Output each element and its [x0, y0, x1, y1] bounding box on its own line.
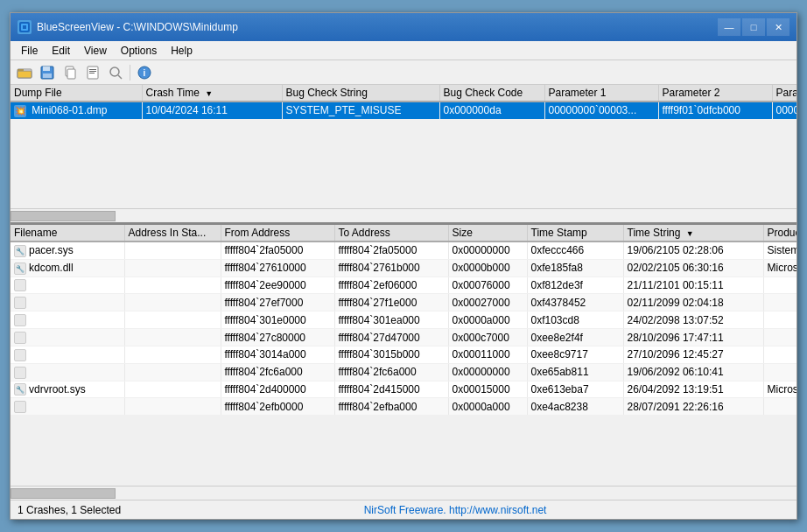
driver-table-row[interactable]: 🔧pacer.sys fffff804`2fa05000 fffff804`2f…	[11, 242, 796, 259]
col-filename[interactable]: Filename	[11, 225, 124, 242]
driver-to-addr: fffff804`3015b000	[334, 346, 448, 363]
driver-table-container[interactable]: Filename Address In Sta... From Address …	[11, 225, 796, 486]
driver-time-string: 19/06/2092 06:10:41	[623, 363, 763, 381]
svg-rect-7	[43, 66, 50, 71]
driver-filename	[11, 294, 124, 312]
driver-icon	[14, 314, 26, 326]
col-dump-file[interactable]: Dump File	[11, 85, 142, 102]
main-window: BlueScreenView - C:\WINDOWS\Minidump — □…	[10, 12, 797, 520]
driver-icon: 🔧	[14, 383, 26, 396]
col-product[interactable]: Product N...	[763, 225, 796, 242]
driver-from-addr: fffff804`27ef7000	[221, 294, 334, 312]
driver-timestamp: 0xe65ab811	[527, 363, 623, 381]
lower-hscroll[interactable]	[11, 486, 796, 500]
driver-table-row[interactable]: fffff804`2fc6a000 fffff804`2fc6a000 0x00…	[11, 363, 796, 381]
upper-hscroll-thumb[interactable]	[11, 211, 116, 221]
driver-filename	[11, 346, 124, 363]
col-to-addr[interactable]: To Address	[334, 225, 448, 242]
menu-file[interactable]: File	[14, 43, 45, 59]
driver-table-row[interactable]: fffff804`2ee90000 fffff804`2ef06000 0x00…	[11, 276, 796, 294]
driver-addr-in-stack	[124, 398, 221, 416]
driver-product: Sistema O	[763, 242, 796, 259]
toolbar-open-button[interactable]	[14, 63, 35, 82]
driver-timestamp: 0xe4ac8238	[527, 398, 623, 416]
menu-edit[interactable]: Edit	[45, 43, 77, 59]
driver-timestamp: 0xfeccc466	[527, 242, 623, 259]
col-time-string[interactable]: Time String ▼	[623, 225, 763, 242]
window-controls: — □ ✕	[718, 18, 789, 36]
crash-icon: 💥	[14, 105, 26, 117]
driver-filename	[11, 312, 124, 329]
col-param2[interactable]: Parameter 2	[658, 85, 772, 102]
driver-filename: 🔧kdcom.dll	[11, 259, 124, 276]
menu-help[interactable]: Help	[164, 43, 200, 59]
col-crash-time[interactable]: Crash Time ▼	[142, 85, 282, 102]
crash-table-header: Dump File Crash Time ▼ Bug Check String …	[11, 85, 796, 102]
driver-to-addr: fffff804`301ea000	[334, 312, 448, 329]
maximize-button[interactable]: □	[742, 18, 765, 36]
driver-from-addr: fffff804`2ee90000	[221, 276, 334, 294]
crash-table-container[interactable]: Dump File Crash Time ▼ Bug Check String …	[11, 85, 796, 208]
minimize-button[interactable]: —	[718, 18, 740, 36]
driver-table-row[interactable]: fffff804`2efb0000 fffff804`2efba000 0x00…	[11, 398, 796, 416]
driver-table-row[interactable]: fffff804`27ef7000 fffff804`27f1e000 0x00…	[11, 294, 796, 312]
driver-table-row[interactable]: fffff804`3014a000 fffff804`3015b000 0x00…	[11, 346, 796, 363]
crash-list-pane: Dump File Crash Time ▼ Bug Check String …	[11, 85, 796, 225]
crash-bug-check-code: 0x000000da	[439, 102, 544, 119]
content-area: Dump File Crash Time ▼ Bug Check String …	[11, 85, 796, 500]
menu-options[interactable]: Options	[114, 43, 164, 59]
close-button[interactable]: ✕	[767, 18, 789, 36]
driver-addr-in-stack	[124, 346, 221, 363]
toolbar-report-button[interactable]	[82, 63, 103, 82]
driver-time-string: 27/10/2096 12:45:27	[623, 346, 763, 363]
driver-size: 0x000c7000	[448, 329, 527, 346]
driver-from-addr: fffff804`3014a000	[221, 346, 334, 363]
crash-param1: 00000000`00003...	[544, 102, 658, 119]
col-param3[interactable]: Parameter 3	[772, 85, 796, 102]
col-param1[interactable]: Parameter 1	[544, 85, 658, 102]
crash-table-row[interactable]: 💥 Mini068-01.dmp 10/04/2024 16:11 SYSTEM…	[11, 102, 796, 119]
toolbar-select-folder-button[interactable]	[105, 63, 126, 82]
svg-point-15	[110, 67, 119, 76]
upper-hscroll[interactable]	[11, 208, 796, 222]
driver-table-row[interactable]: fffff804`27c80000 fffff804`27d47000 0x00…	[11, 329, 796, 346]
driver-product	[763, 346, 796, 363]
driver-icon	[14, 401, 26, 413]
crash-table: Dump File Crash Time ▼ Bug Check String …	[11, 85, 796, 120]
toolbar-copy-button[interactable]	[60, 63, 81, 82]
driver-time-string: 28/07/2091 22:26:16	[623, 398, 763, 416]
col-from-addr[interactable]: From Address	[221, 225, 334, 242]
driver-from-addr: fffff804`2fc6a000	[221, 363, 334, 381]
driver-filename	[11, 363, 124, 381]
crash-bug-check-string: SYSTEM_PTE_MISUSE	[282, 102, 439, 119]
svg-rect-10	[67, 69, 75, 79]
driver-size: 0x0000a000	[448, 398, 527, 416]
col-bug-check-string[interactable]: Bug Check String	[282, 85, 439, 102]
toolbar-about-button[interactable]: i	[134, 63, 155, 82]
driver-size: 0x00015000	[448, 381, 527, 398]
toolbar-save-button[interactable]	[37, 63, 58, 82]
driver-table-row[interactable]: 🔧vdrvroot.sys fffff804`2d400000 fffff804…	[11, 381, 796, 398]
driver-from-addr: fffff804`2efb0000	[221, 398, 334, 416]
driver-timestamp: 0xf4378452	[527, 294, 623, 312]
col-time-stamp[interactable]: Time Stamp	[527, 225, 623, 242]
driver-table-row[interactable]: 🔧kdcom.dll fffff804`27610000 fffff804`27…	[11, 259, 796, 276]
svg-line-16	[118, 75, 122, 79]
lower-hscroll-track	[11, 488, 796, 499]
driver-time-string: 28/10/2096 17:47:11	[623, 329, 763, 346]
driver-table-header: Filename Address In Sta... From Address …	[11, 225, 796, 242]
col-addr-in-stack[interactable]: Address In Sta...	[124, 225, 221, 242]
lower-hscroll-thumb[interactable]	[11, 488, 116, 499]
driver-filename	[11, 398, 124, 416]
driver-product: Microsoft	[763, 381, 796, 398]
driver-time-string: 02/11/2099 02:04:18	[623, 294, 763, 312]
driver-size: 0x0000a000	[448, 312, 527, 329]
driver-table-row[interactable]: fffff804`301e0000 fffff804`301ea000 0x00…	[11, 312, 796, 329]
driver-to-addr: fffff804`27d47000	[334, 329, 448, 346]
status-nirsoft: NirSoft Freeware. http://www.nirsoft.net	[364, 504, 547, 516]
driver-addr-in-stack	[124, 312, 221, 329]
col-bug-check-code[interactable]: Bug Check Code	[439, 85, 544, 102]
menu-view[interactable]: View	[77, 43, 114, 59]
sort-arrow-time-string: ▼	[686, 229, 694, 238]
col-size[interactable]: Size	[448, 225, 527, 242]
